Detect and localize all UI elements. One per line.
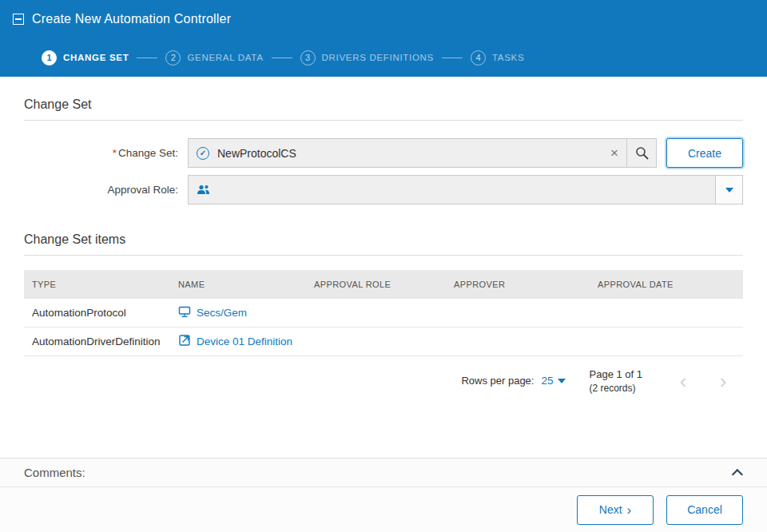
collapse-icon[interactable] [13,14,24,25]
comments-label: Comments: [24,466,85,479]
step-change-set[interactable]: 1 CHANGE SET [42,50,129,66]
step-number: 4 [471,50,486,66]
change-set-items-section-title: Change Set items [24,212,743,256]
step-drivers-definitions[interactable]: 3 DRIVERS DEFINITIONS [300,50,434,66]
create-button[interactable]: Create [666,138,743,168]
step-label: TASKS [492,53,524,62]
check-circle-icon: ✓ [189,147,217,160]
step-number: 2 [165,50,181,66]
monitor-icon [178,306,191,320]
wizard-stepper: 1 CHANGE SET 2 GENERAL DATA 3 DRIVERS DE… [0,38,767,77]
change-set-input-box[interactable]: ✓ × [188,138,657,168]
cell-type: AutomationProtocol [24,307,170,319]
required-marker: * [113,147,117,159]
next-button[interactable]: Next › [577,495,654,525]
users-icon [189,184,217,196]
row-name-link[interactable]: Device 01 Definition [178,334,306,349]
wizard-content: Change Set *Change Set: ✓ × [0,77,767,458]
records-info: (2 records) [590,382,643,395]
step-tasks[interactable]: 4 TASKS [471,50,524,66]
column-header-approval-role: APPROVAL ROLE [306,280,446,289]
rows-per-page-select[interactable]: 25 [541,375,565,387]
step-general-data[interactable]: 2 GENERAL DATA [165,50,263,66]
column-header-approval-date: APPROVAL DATE [590,280,743,289]
wizard-footer: Next › Cancel [0,487,767,532]
rows-per-page-label: Rows per page: [461,375,534,387]
step-label: CHANGE SET [63,53,129,62]
step-label: DRIVERS DEFINITIONS [322,53,434,62]
clear-icon[interactable]: × [602,145,626,161]
chevron-down-icon[interactable] [715,176,742,204]
cancel-button[interactable]: Cancel [666,495,743,525]
rows-per-page-value: 25 [541,375,553,387]
change-set-input[interactable] [217,147,602,160]
approval-role-input-box[interactable] [188,175,743,204]
change-set-label: *Change Set: [24,147,188,159]
previous-page-icon[interactable]: ‹ [663,371,703,391]
table-row: AutomationProtocol Secs/Gem [24,299,743,328]
column-header-type: TYPE [24,280,170,289]
next-page-icon[interactable]: › [703,371,743,391]
change-set-label-text: Change Set: [118,147,178,159]
change-set-items-table: TYPE NAME APPROVAL ROLE APPROVER APPROVA… [24,270,743,356]
cell-type: AutomationDriverDefinition [24,335,170,347]
chevron-right-icon: › [627,503,632,517]
driver-definition-icon [178,334,191,349]
step-label: GENERAL DATA [187,53,263,62]
row-name-link[interactable]: Secs/Gem [178,306,306,320]
column-header-approver: APPROVER [446,280,590,289]
table-row: AutomationDriverDefinition Device 01 Def… [24,328,743,356]
column-header-name: NAME [170,280,306,289]
page-info: Page 1 of 1 [590,367,643,382]
comments-section[interactable]: Comments: [0,458,767,487]
page-title: Create New Automation Controller [32,12,231,26]
step-connector [442,58,463,58]
chevron-down-icon [558,379,566,383]
step-connector [272,58,292,58]
step-connector [137,58,157,58]
search-icon[interactable] [626,139,656,167]
change-set-section-title: Change Set [24,77,743,121]
approval-role-label: Approval Role: [24,184,188,196]
table-header-row: TYPE NAME APPROVAL ROLE APPROVER APPROVA… [24,270,743,299]
row-name-text: Device 01 Definition [197,335,292,347]
chevron-up-icon[interactable] [732,469,743,480]
step-number: 3 [300,50,316,66]
approval-role-input[interactable] [217,184,715,197]
step-number: 1 [42,50,57,66]
pagination: Rows per page: 25 Page 1 of 1 (2 records… [24,367,743,395]
row-name-text: Secs/Gem [197,307,247,319]
wizard-header: Create New Automation Controller 1 CHANG… [0,0,767,77]
next-button-label: Next [599,503,622,516]
